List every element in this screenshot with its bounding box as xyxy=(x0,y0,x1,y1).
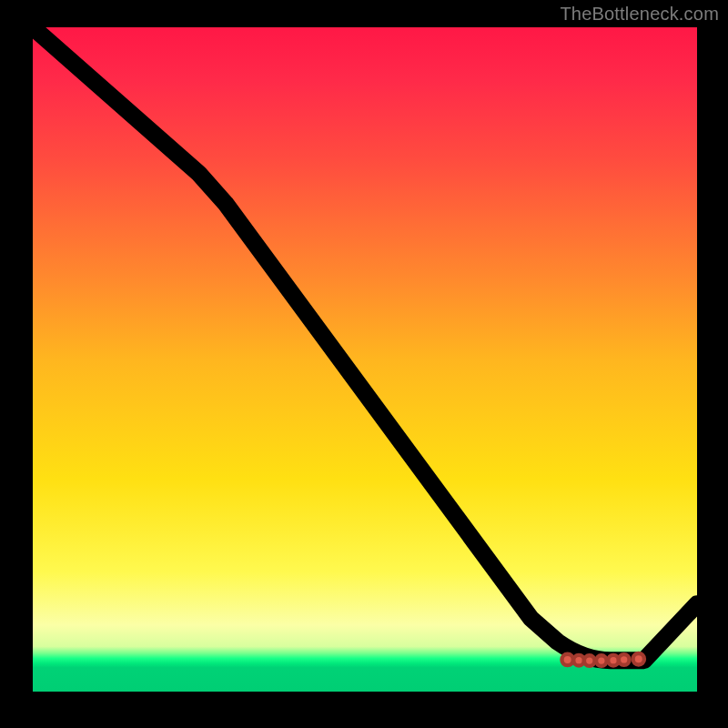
data-marker xyxy=(596,655,607,666)
curve-path xyxy=(33,27,697,661)
data-marker xyxy=(619,654,630,665)
data-marker xyxy=(633,653,644,664)
plot-area xyxy=(33,27,697,692)
watermark-text: TheBottleneck.com xyxy=(560,4,719,25)
data-marker xyxy=(561,654,572,665)
data-marker xyxy=(584,655,595,666)
bottleneck-curve xyxy=(33,27,697,692)
chart-card: TheBottleneck.com xyxy=(0,0,728,728)
